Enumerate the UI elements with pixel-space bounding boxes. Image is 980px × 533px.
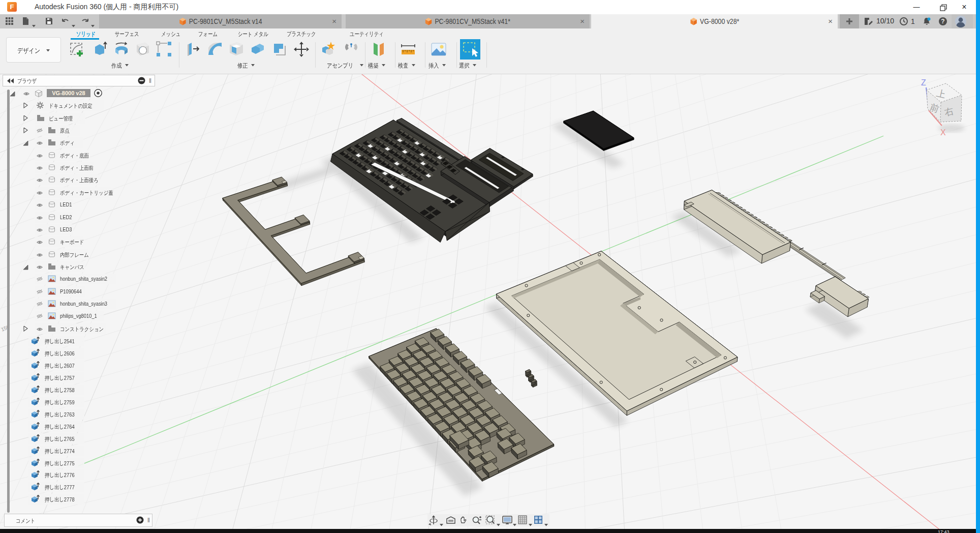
- svg-text:Z: Z: [921, 78, 926, 87]
- svg-text:?: ?: [941, 18, 944, 25]
- svg-text:X: X: [940, 128, 946, 137]
